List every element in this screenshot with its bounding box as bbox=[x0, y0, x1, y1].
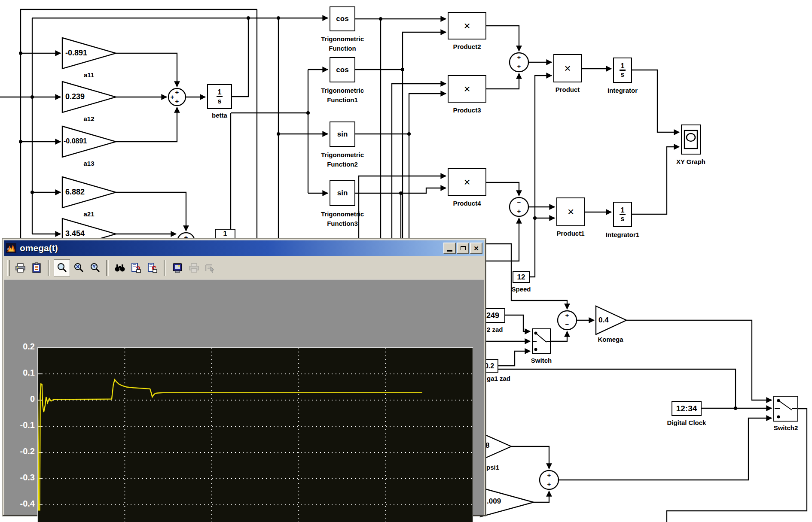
product2-block[interactable]: × bbox=[448, 12, 486, 39]
scope-data-button[interactable] bbox=[170, 260, 185, 276]
save-axes-settings-button[interactable] bbox=[128, 260, 144, 276]
sum3-sign-bottom: + bbox=[516, 208, 522, 214]
y-tick-label: 0.2 bbox=[8, 342, 35, 352]
digital-clock-label: Digital Clock bbox=[656, 418, 717, 428]
zoom-icon bbox=[56, 262, 67, 273]
window-title: omega(t) bbox=[20, 243, 443, 253]
save-axes-settings-icon bbox=[131, 262, 142, 273]
print-disabled-button[interactable] bbox=[186, 260, 201, 276]
zoom-button[interactable] bbox=[54, 259, 70, 276]
trig-function2-block[interactable]: sin bbox=[330, 121, 355, 147]
gain-a12-value[interactable]: 0.239 bbox=[65, 92, 85, 101]
switch2-block[interactable] bbox=[773, 396, 798, 422]
minimize-button[interactable] bbox=[443, 243, 456, 254]
print-button[interactable] bbox=[12, 260, 28, 276]
gain-a21-value[interactable]: 6.882 bbox=[65, 188, 85, 197]
gain-kpsi1-value[interactable]: 8 bbox=[485, 441, 489, 450]
gain-a12-label: a12 bbox=[63, 114, 115, 124]
trig-function1-block[interactable]: cos bbox=[330, 57, 355, 82]
zoom-x-axis-icon bbox=[73, 262, 84, 273]
product3-label: Product3 bbox=[441, 106, 493, 115]
zoom-x-axis-button[interactable] bbox=[71, 260, 86, 276]
y-tick-label: 0 bbox=[8, 394, 35, 404]
gain-a11-label: a11 bbox=[63, 70, 115, 80]
integrator-betta-block[interactable]: 1s bbox=[207, 84, 232, 109]
gain-komega-value[interactable]: 0.4 bbox=[598, 316, 609, 325]
toolbar-separator bbox=[164, 260, 166, 276]
betta-den: s bbox=[218, 98, 222, 104]
gain-a11-value[interactable]: -0.891 bbox=[65, 49, 87, 58]
trig-function2-label: Trigonometric Function2 bbox=[306, 150, 379, 169]
scope-window[interactable]: omega(t) ✕ bbox=[3, 239, 486, 516]
betta-num: 1 bbox=[218, 89, 222, 95]
y-tick-label: -0.3 bbox=[8, 473, 35, 483]
product3-block[interactable]: × bbox=[448, 75, 486, 103]
switch2-icon bbox=[775, 397, 797, 421]
sum-betta-sign-bottom: + bbox=[174, 98, 180, 104]
sum2-sign-bottom: + bbox=[516, 64, 522, 70]
gain-a13-label: a13 bbox=[63, 159, 115, 168]
trig-function-label: Trigonometric Function bbox=[306, 34, 379, 53]
digital-clock-block[interactable]: 12:34 bbox=[672, 401, 702, 416]
product4-label: Product4 bbox=[441, 199, 493, 208]
integrator1-num: 1 bbox=[621, 207, 625, 213]
y-tick-label: -0.2 bbox=[8, 446, 35, 456]
speed-constant-label: Speed bbox=[495, 285, 547, 294]
integrator1-den: s bbox=[621, 215, 625, 222]
sum4-sign-bottom: − bbox=[564, 322, 570, 328]
binoculars-icon bbox=[114, 262, 125, 273]
integrator-label: Integrator bbox=[597, 86, 648, 95]
speed-constant-block[interactable]: 12 bbox=[513, 271, 530, 283]
float-scope-disabled-button[interactable] bbox=[202, 260, 218, 276]
trig-function-block[interactable]: cos bbox=[330, 6, 355, 31]
trig-function1-label: Trigonometric Function1 bbox=[306, 86, 379, 105]
scope-plot[interactable] bbox=[37, 347, 473, 522]
scope-titlebar[interactable]: omega(t) ✕ bbox=[4, 240, 484, 256]
integrator-block[interactable]: 1s bbox=[613, 58, 632, 83]
integrator1-block[interactable]: 1s bbox=[613, 202, 632, 227]
product2-label: Product2 bbox=[441, 42, 493, 52]
product1-block[interactable]: × bbox=[556, 197, 585, 226]
maximize-button[interactable] bbox=[457, 243, 469, 254]
toolbar-grip[interactable] bbox=[7, 260, 10, 276]
y-tick-label: -0.1 bbox=[8, 420, 35, 430]
sum5-sign-top: + bbox=[546, 472, 552, 478]
scope-trace bbox=[38, 379, 422, 510]
integrator-betta-label: betta bbox=[194, 111, 245, 120]
omega2-zad-constant-label: 2 zad bbox=[487, 325, 521, 334]
switch2-label: Switch2 bbox=[760, 423, 812, 433]
find-button[interactable] bbox=[112, 260, 128, 276]
matlab-app-icon bbox=[6, 243, 16, 253]
sum3-sign-top: − bbox=[516, 199, 522, 205]
xy-graph-icon bbox=[684, 130, 698, 149]
restore-axes-settings-icon bbox=[147, 262, 158, 273]
copy-button[interactable] bbox=[29, 260, 44, 276]
copy-icon bbox=[31, 262, 42, 273]
sum5-sign-bottom: + bbox=[546, 481, 552, 487]
omega1-zad-constant-label: ga1 zad bbox=[487, 374, 525, 383]
xy-graph-block[interactable] bbox=[681, 124, 701, 155]
integrator-num: 1 bbox=[621, 63, 625, 69]
product-block[interactable]: × bbox=[553, 54, 582, 82]
maximize-icon bbox=[461, 246, 466, 250]
print-disabled-icon bbox=[188, 262, 199, 273]
sum2-sign-top: + bbox=[516, 55, 522, 61]
gain-kpsi1-label: psi1 bbox=[486, 463, 516, 472]
toolbar-separator bbox=[106, 260, 109, 276]
float-scope-disabled-icon bbox=[205, 262, 216, 273]
partial-integrator-num: 1 bbox=[223, 230, 227, 238]
gain-a22-value[interactable]: 3.454 bbox=[65, 229, 85, 238]
gain-a21-label: a21 bbox=[63, 209, 115, 219]
gain-009-value[interactable]: .009 bbox=[487, 497, 501, 506]
gain-a13-value[interactable]: -0.0891 bbox=[64, 137, 87, 145]
product-label: Product bbox=[542, 85, 593, 94]
product4-block[interactable]: × bbox=[448, 168, 486, 196]
trig-function3-block[interactable]: sin bbox=[330, 180, 355, 206]
product1-label: Product1 bbox=[545, 229, 596, 238]
switch-icon bbox=[533, 329, 550, 353]
trig-function3-label: Trigonometric Function3 bbox=[306, 209, 379, 228]
zoom-y-axis-button[interactable] bbox=[87, 260, 103, 276]
close-button[interactable]: ✕ bbox=[470, 243, 482, 254]
restore-axes-settings-button[interactable] bbox=[145, 260, 160, 276]
switch-block[interactable] bbox=[532, 328, 551, 354]
